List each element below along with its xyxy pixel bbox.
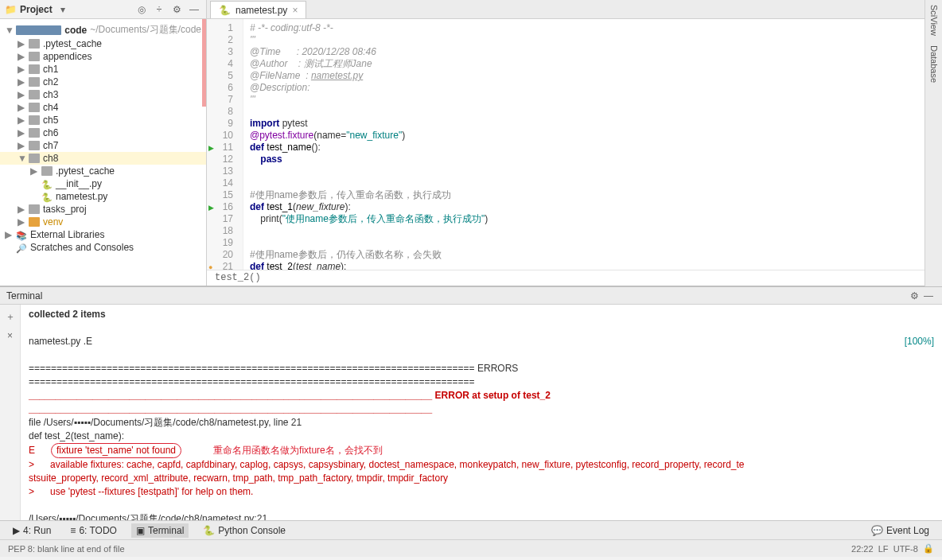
project-icon: 📁 (5, 4, 17, 15)
target-icon[interactable]: ◎ (134, 2, 149, 17)
tree-item-__init__-py[interactable]: __init__.py (0, 177, 206, 190)
tool-todo[interactable]: ≡ 6: TODO (65, 523, 122, 538)
tool-terminal[interactable]: ▣ Terminal (131, 523, 189, 538)
tree-item-ch4[interactable]: ▶ ch4 (0, 101, 206, 114)
divide-icon[interactable]: ÷ (152, 2, 166, 17)
tool-database[interactable]: Database (929, 45, 939, 83)
hide-icon[interactable]: — (921, 289, 936, 303)
project-sidebar: 📁 Project ▾ ◎ ÷ ⚙ — ▼ code ~/Documents/习… (0, 0, 207, 286)
status-pep8: PEP 8: blank line at end of file (8, 544, 125, 554)
event-log[interactable]: 💬 Event Log (866, 523, 934, 538)
status-caret-pos[interactable]: 22:22 (851, 544, 874, 554)
terminal-output[interactable]: collected 2 items nametest.py .E[100%] =… (21, 305, 942, 520)
run-line: nametest.py .E (29, 336, 92, 347)
tree-item-ch8[interactable]: ▼ ch8 (0, 152, 206, 165)
tool-python-console[interactable]: 🐍 Python Console (198, 523, 290, 538)
close-icon[interactable]: × (292, 5, 298, 16)
tab-label: nametest.py (236, 5, 287, 16)
tree-item-appendices[interactable]: ▶ appendices (0, 50, 206, 63)
project-title: Project (20, 4, 53, 15)
terminal-title: Terminal (6, 290, 42, 301)
collapse-icon[interactable]: — (187, 2, 201, 17)
editor-tabs: 🐍 nametest.py × (207, 0, 942, 19)
tab-nametest[interactable]: 🐍 nametest.py × (210, 1, 306, 18)
add-terminal-icon[interactable]: ＋ (3, 309, 18, 324)
tree-item-ch1[interactable]: ▶ ch1 (0, 63, 206, 76)
available-fixtures-2: stsuite_property, record_xml_attribute, … (29, 472, 934, 485)
status-encoding[interactable]: UTF-8 (893, 544, 918, 554)
breadcrumb[interactable]: test_2() (207, 270, 942, 286)
code-area[interactable]: # -*- coding:utf-8 -*-'''@Time : 2020/12… (243, 19, 942, 270)
gear-icon[interactable]: ⚙ (907, 289, 921, 303)
tree-item-nametest-py[interactable]: nametest.py (0, 190, 206, 203)
file-line: file /Users/▪▪▪▪▪/Documents/习题集/code/ch8… (29, 416, 934, 430)
tree-item-tasks_proj[interactable]: ▶ tasks_proj (0, 203, 206, 216)
project-tree[interactable]: ▼ code ~/Documents/习题集/code▶ .pytest_cac… (0, 19, 206, 286)
tree-item-ch2[interactable]: ▶ ch2 (0, 76, 206, 88)
line-gutter[interactable]: 12345678910▶1112131415▶1617181920●2122 (207, 19, 243, 270)
available-fixtures-1: available fixtures: cache, capfd, capfdb… (50, 459, 744, 470)
status-bar: PEP 8: blank line at end of file 22:22 L… (0, 539, 942, 557)
progress-pct: [100%] (905, 335, 934, 348)
fixture-not-found: fixture 'test_name' not found (51, 443, 181, 458)
tree-item--pytest_cache[interactable]: ▶ .pytest_cache (0, 165, 206, 177)
terminal-panel: Terminal ⚙ — ＋ × collected 2 items namet… (0, 286, 942, 520)
def-line: def test_2(test_name): (29, 430, 934, 443)
editor-area: 🐍 nametest.py × 12345678910▶1112131415▶1… (207, 0, 942, 286)
tree-item-external-libraries[interactable]: ▶ External Libraries (0, 228, 206, 241)
bottom-toolbar: ▶ 4: Run ≡ 6: TODO ▣ Terminal 🐍 Python C… (0, 520, 942, 539)
tree-item-venv[interactable]: ▶ venv (0, 216, 206, 228)
tree-item-ch7[interactable]: ▶ ch7 (0, 139, 206, 152)
annotation-text: 重命名用函数名做为fixture名，会找不到 (213, 444, 383, 457)
tree-item-scratches-and-consoles[interactable]: Scratches and Consoles (0, 241, 206, 254)
path-21: /Users/▪▪▪▪▪/Documents/习题集/code/ch8/name… (29, 512, 934, 520)
tree-item--pytest_cache[interactable]: ▶ .pytest_cache (0, 37, 206, 50)
tool-run[interactable]: ▶ 4: Run (8, 523, 56, 538)
tree-item-ch6[interactable]: ▶ ch6 (0, 126, 206, 139)
tree-item-ch5[interactable]: ▶ ch5 (0, 114, 206, 126)
help-line: use 'pytest --fixtures [testpath]' for h… (50, 486, 253, 497)
python-icon: 🐍 (219, 5, 231, 16)
close-terminal-icon[interactable]: × (3, 329, 18, 343)
tool-sciview[interactable]: SciView (929, 5, 939, 36)
right-tool-rail: SciView Database (924, 0, 942, 286)
collected-line: collected 2 items (29, 308, 934, 321)
dropdown-icon[interactable]: ▾ (56, 2, 70, 17)
tree-item-ch3[interactable]: ▶ ch3 (0, 88, 206, 101)
gear-icon[interactable]: ⚙ (169, 2, 184, 17)
tree-root[interactable]: ▼ code ~/Documents/习题集/code (0, 22, 206, 37)
status-line-sep[interactable]: LF (878, 544, 889, 554)
error-stripe (201, 0, 206, 286)
errors-separator: ========================================… (29, 362, 934, 389)
error-at-separator: ________________________________________… (29, 389, 934, 416)
